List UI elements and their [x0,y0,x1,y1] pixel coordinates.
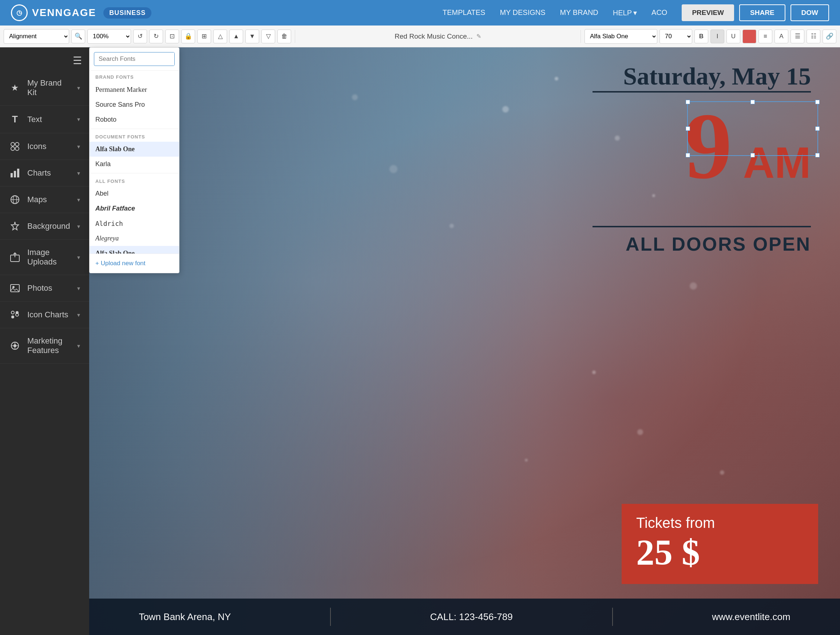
zoom-select[interactable]: 100% [87,29,131,44]
move-down-button[interactable]: ▼ [245,30,259,43]
share-button[interactable]: SHARE [739,5,785,21]
font-item-abril-fatface[interactable]: Abril Fatface [90,201,179,216]
font-size-select[interactable]: 70 [660,29,692,44]
text-color-button[interactable] [742,30,756,43]
chevron-maps: ▾ [77,196,80,203]
nav-help-label: HELP [613,9,632,17]
handle-mr[interactable] [815,127,819,131]
handle-ml[interactable] [686,127,690,131]
handle-br[interactable] [815,153,819,157]
app-name: VENNGAGE [32,7,96,19]
svg-point-15 [11,311,14,314]
font-name-alegreya: Alegreya [95,234,118,242]
sidebar-item-image-uploads[interactable]: Image Uploads ▾ [0,240,89,275]
font-name-abel: Abel [95,190,109,197]
sidebar-item-icons[interactable]: Icons ▾ [0,133,89,160]
sidebar-label-icons: Icons [27,142,71,151]
logo-area: ◷ VENNGAGE [11,5,96,21]
poster-doors-label: ALL DOORS OPEN [625,233,811,255]
preview-button[interactable]: PREVIEW [682,5,734,21]
top-nav-actions: PREVIEW SHARE DOW [682,5,829,21]
my-brand-kit-icon: ★ [9,83,21,93]
sidebar-item-text[interactable]: T Text ▾ [0,106,89,133]
selection-box [687,101,818,156]
search-icon: 🔍 [71,30,85,43]
poster-tickets-box: Tickets from 25 $ [622,504,818,584]
redo-button[interactable]: ↻ [149,30,163,43]
move-up-button[interactable]: ▲ [229,30,243,43]
nav-account[interactable]: ACO [652,8,667,17]
sidebar-item-charts[interactable]: Charts ▾ [0,160,89,187]
chevron-icon-charts: ▾ [77,312,80,318]
nav-templates[interactable]: TEMPLATES [442,8,485,17]
upload-font-button[interactable]: + Upload new font [90,253,179,273]
font-name-karla: Karla [95,160,111,168]
sidebar-label-charts: Charts [27,168,71,178]
chevron-icons: ▾ [77,143,80,150]
undo-button[interactable]: ↺ [133,30,147,43]
sidebar-item-background[interactable]: Background ▾ [0,213,89,240]
poster-tickets-price: 25 $ [636,531,804,573]
font-item-alegreya[interactable]: Alegreya [90,231,179,246]
sidebar-item-photos[interactable]: Photos ▾ [0,275,89,302]
footer-phone: CALL: 123-456-789 [430,611,513,622]
number-list-button[interactable]: ☷ [807,30,820,43]
handle-tm[interactable] [750,100,755,104]
bullet-list-button[interactable]: ☰ [791,30,804,43]
svg-point-3 [15,147,19,150]
font-name-abril-fatface: Abril Fatface [95,205,135,212]
alignment-select[interactable]: Alignment [4,29,69,44]
footer-website: www.eventlite.com [712,611,790,622]
sidebar-item-maps[interactable]: Maps ▾ [0,187,89,213]
chevron-charts: ▾ [77,170,80,177]
nav-my-brand[interactable]: MY BRAND [560,8,598,17]
font-panel: 🔍 BRAND FONTS Permanent Marker Source Sa… [89,48,179,273]
font-size-button[interactable]: A [774,30,788,43]
poster-background: Saturday, May 15 9 AM [89,48,840,635]
handle-tr[interactable] [815,100,819,104]
italic-button[interactable]: I [711,30,724,43]
font-item-abel[interactable]: Abel [90,186,179,201]
text-align-button[interactable]: ≡ [758,30,772,43]
move-up2-button[interactable]: △ [213,30,227,43]
maps-icon [9,195,21,205]
font-item-source-sans-pro[interactable]: Source Sans Pro [90,97,179,112]
hamburger-button[interactable]: ☰ [0,48,89,70]
font-search-input[interactable] [97,52,175,66]
link-button[interactable]: 🔗 [823,30,836,43]
lock-button[interactable]: 🔒 [181,30,195,43]
nav-my-designs[interactable]: MY DESIGNS [500,8,545,17]
resize-button[interactable]: ⊡ [165,30,179,43]
logo-glyph: ◷ [16,9,22,17]
svg-point-1 [15,143,19,146]
edit-doc-name-icon[interactable]: ✎ [477,33,481,40]
font-item-karla[interactable]: Karla [90,157,179,172]
handle-bl[interactable] [686,153,690,157]
copy-button[interactable]: ⊞ [197,30,211,43]
logo-icon: ◷ [11,5,28,21]
font-item-alfa-slab-one-doc[interactable]: Alfa Slab One [90,142,179,157]
font-item-aldrich[interactable]: Aldrich [90,216,179,231]
sidebar-label-maps: Maps [27,195,71,204]
underline-button[interactable]: U [726,30,740,43]
font-item-permanent-marker[interactable]: Permanent Marker [90,82,179,97]
marketing-features-icon [9,340,21,351]
handle-tl[interactable] [686,100,690,104]
sidebar-item-my-brand-kit[interactable]: ★ My Brand Kit ▾ [0,70,89,106]
nav-help[interactable]: HELP ▾ [613,8,637,17]
font-family-select[interactable]: Alfa Slab One [584,29,657,44]
handle-bm[interactable] [750,153,755,157]
download-button[interactable]: DOW [791,5,829,21]
bold-button[interactable]: B [695,30,708,43]
chevron-image-uploads: ▾ [77,254,80,261]
sidebar-item-marketing-features[interactable]: Marketing Features ▾ [0,328,89,364]
font-name-aldrich: Aldrich [95,220,123,227]
chevron-marketing-features: ▾ [77,342,80,349]
font-divider-2 [90,173,179,173]
delete-button[interactable]: 🗑 [277,30,291,43]
hamburger-icon: ☰ [73,55,82,67]
sidebar-item-icon-charts[interactable]: Icon Charts ▾ [0,302,89,328]
canvas-area[interactable]: Saturday, May 15 9 AM [89,48,840,635]
move-down2-button[interactable]: ▽ [261,30,275,43]
font-item-roboto[interactable]: Roboto [90,112,179,127]
